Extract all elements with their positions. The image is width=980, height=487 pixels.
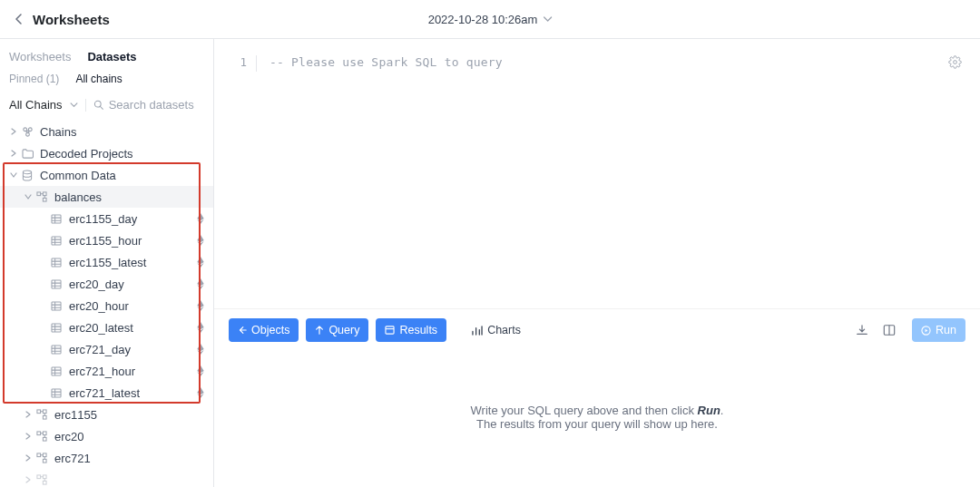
tree-node-schema[interactable] bbox=[0, 469, 213, 487]
run-label: Run bbox=[936, 324, 956, 336]
download-button[interactable] bbox=[852, 320, 872, 340]
svg-rect-22 bbox=[43, 437, 46, 441]
svg-point-1 bbox=[23, 127, 26, 131]
query-button[interactable]: Query bbox=[306, 318, 368, 342]
arrow-left-icon bbox=[238, 326, 247, 335]
tree-node-label: Common Data bbox=[40, 169, 206, 182]
search-input[interactable] bbox=[109, 98, 204, 112]
tree-node-label: erc20_latest bbox=[69, 321, 195, 335]
svg-rect-12 bbox=[52, 301, 61, 309]
svg-rect-20 bbox=[37, 432, 41, 435]
editor-empty-space[interactable] bbox=[214, 75, 980, 308]
tree-node-label: erc20 bbox=[54, 430, 206, 443]
tree-node-table[interactable]: erc721_day bbox=[0, 338, 213, 360]
tree-node-label: erc20_day bbox=[69, 278, 195, 291]
tree-node-label: erc20_hour bbox=[69, 299, 195, 313]
tree-node-table[interactable]: erc721_hour bbox=[0, 360, 213, 382]
worksheet-timestamp: 2022-10-28 10:26am bbox=[428, 13, 538, 26]
table-icon bbox=[49, 279, 64, 289]
topbar: Worksheets 2022-10-28 10:26am bbox=[0, 0, 980, 39]
svg-rect-28 bbox=[43, 481, 46, 484]
ethereum-icon bbox=[195, 257, 206, 268]
tree-node-schema[interactable]: erc1155 bbox=[0, 404, 213, 425]
tree-node-balances[interactable]: balances bbox=[0, 186, 213, 208]
svg-rect-30 bbox=[386, 326, 394, 334]
svg-rect-6 bbox=[43, 192, 46, 196]
ethereum-icon bbox=[195, 278, 206, 289]
chevron-right-icon bbox=[7, 150, 20, 157]
svg-rect-25 bbox=[43, 459, 46, 463]
tab-worksheets[interactable]: Worksheets bbox=[9, 50, 71, 63]
ethereum-icon bbox=[195, 387, 206, 398]
tree-node-label: erc721 bbox=[54, 452, 206, 465]
results-hint-line1: Write your SQL query above and then clic… bbox=[471, 404, 724, 417]
chart-icon bbox=[472, 326, 483, 336]
ethereum-icon bbox=[195, 213, 206, 224]
objects-button[interactable]: Objects bbox=[229, 318, 299, 342]
table-icon bbox=[49, 214, 64, 224]
chains-icon bbox=[20, 126, 34, 138]
tree-node-table[interactable]: erc20_hour bbox=[0, 295, 213, 317]
results-label: Results bbox=[399, 324, 437, 336]
back-button[interactable] bbox=[11, 14, 27, 24]
table-icon bbox=[49, 258, 64, 268]
tree-node-schema[interactable]: erc721 bbox=[0, 447, 213, 469]
page-title: Worksheets bbox=[33, 12, 110, 27]
query-label: Query bbox=[328, 324, 359, 336]
chevron-right-icon bbox=[7, 128, 20, 135]
tree-node-table[interactable]: erc20_day bbox=[0, 273, 213, 295]
svg-rect-9 bbox=[52, 236, 61, 244]
svg-rect-26 bbox=[37, 475, 41, 479]
charts-button[interactable]: Charts bbox=[463, 318, 530, 342]
tab-datasets[interactable]: Datasets bbox=[87, 50, 136, 63]
chevron-left-icon bbox=[15, 14, 23, 24]
svg-rect-16 bbox=[52, 388, 61, 396]
table-icon bbox=[49, 236, 64, 246]
svg-point-29 bbox=[954, 61, 957, 64]
folder-icon bbox=[20, 149, 34, 159]
arrow-up-icon bbox=[315, 326, 324, 335]
search-icon bbox=[93, 99, 103, 111]
chain-filter-select[interactable]: All Chains bbox=[9, 98, 78, 112]
subtab-all-chains[interactable]: All chains bbox=[75, 73, 122, 85]
run-button[interactable]: Run bbox=[912, 318, 965, 342]
subtab-pinned[interactable]: Pinned (1) bbox=[9, 73, 59, 85]
dataset-search[interactable] bbox=[93, 98, 204, 112]
tree-node-decoded-projects[interactable]: Decoded Projects bbox=[0, 142, 213, 164]
table-icon bbox=[49, 301, 64, 311]
tree-node-label: erc1155_hour bbox=[69, 234, 195, 248]
divider bbox=[85, 99, 86, 112]
worksheet-name-dropdown[interactable]: 2022-10-28 10:26am bbox=[428, 13, 553, 26]
tree-node-table[interactable]: erc1155_day bbox=[0, 208, 213, 229]
results-panel: Write your SQL query above and then clic… bbox=[214, 351, 980, 487]
tree-node-table[interactable]: erc1155_hour bbox=[0, 229, 213, 251]
editor-gutter-divider bbox=[256, 55, 257, 72]
layout-button[interactable] bbox=[879, 320, 899, 340]
results-button[interactable]: Results bbox=[376, 318, 446, 342]
table-icon bbox=[49, 366, 64, 376]
tree-node-chains[interactable]: Chains bbox=[0, 121, 213, 142]
tree-node-common-data[interactable]: Common Data bbox=[0, 164, 213, 186]
svg-point-4 bbox=[23, 170, 31, 173]
chevron-right-icon bbox=[22, 454, 34, 462]
svg-point-3 bbox=[25, 132, 29, 136]
sidebar: Worksheets Datasets Pinned (1) All chain… bbox=[0, 39, 214, 487]
svg-rect-21 bbox=[43, 432, 46, 435]
editor-settings-button[interactable] bbox=[948, 55, 962, 72]
schema-icon bbox=[34, 474, 49, 485]
chevron-right-icon bbox=[22, 433, 34, 440]
svg-rect-23 bbox=[37, 453, 41, 457]
gear-icon bbox=[948, 55, 962, 69]
svg-rect-5 bbox=[37, 192, 41, 196]
ethereum-icon bbox=[195, 235, 206, 246]
tree-node-schema[interactable]: erc20 bbox=[0, 425, 213, 447]
tree-node-label: erc1155_latest bbox=[69, 256, 195, 269]
database-icon bbox=[20, 170, 34, 181]
download-icon bbox=[856, 324, 868, 336]
sql-editor[interactable]: 1 -- Please use Spark SQL to query bbox=[214, 39, 980, 75]
svg-rect-14 bbox=[52, 345, 61, 353]
tree-node-table[interactable]: erc20_latest bbox=[0, 317, 213, 338]
tree-node-table[interactable]: erc721_latest bbox=[0, 382, 213, 404]
schema-icon bbox=[34, 191, 49, 202]
tree-node-table[interactable]: erc1155_latest bbox=[0, 251, 213, 273]
